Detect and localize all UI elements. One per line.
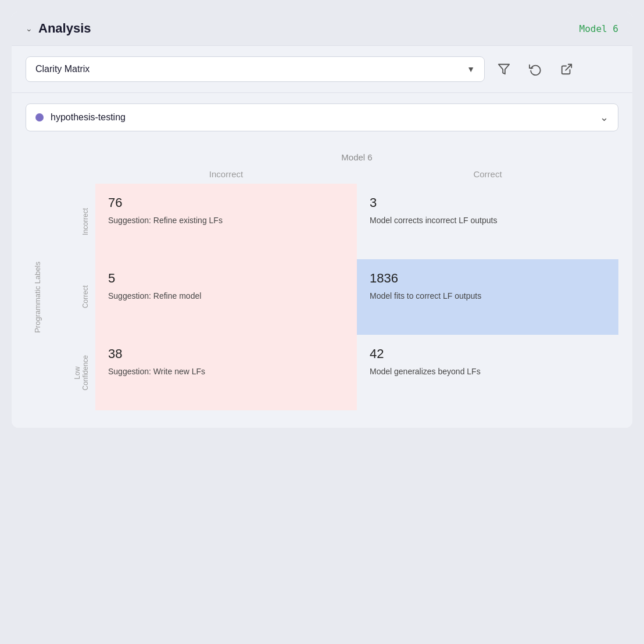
cell-2-1-text: Model generalizes beyond LFs [370,366,606,378]
tag-dot-icon [35,113,44,121]
y-axis-label-outer: Programmatic Labels [26,184,49,410]
matrix-model-label: Model 6 [95,148,618,166]
filter-button[interactable] [492,57,516,81]
cell-0-1[interactable]: 3 Model corrects incorrect LF outputs [357,184,618,259]
svg-marker-0 [499,65,509,74]
row-label-low-confidence: Low Confidence [49,335,95,410]
filter-icon [498,63,510,76]
cell-1-1-text: Model fits to correct LF outputs [370,291,606,302]
cell-0-0-number: 76 [108,195,344,210]
row-label-incorrect: Incorrect [49,184,95,259]
cell-0-0-text: Suggestion: Refine existing LFs [108,215,344,227]
col-header-incorrect: Incorrect [95,166,357,184]
cell-0-1-text: Model corrects incorrect LF outputs [370,215,606,227]
tag-label: hypothesis-testing [51,112,126,123]
svg-line-1 [566,65,571,70]
cell-1-0-text: Suggestion: Refine model [108,291,344,302]
tag-left: hypothesis-testing [35,112,126,123]
y-axis-label: Programmatic Labels [33,262,42,333]
tag-row: hypothesis-testing ⌄ [12,93,632,142]
col-header-correct: Correct [357,166,618,184]
chevron-down-icon[interactable]: ⌄ [26,24,33,33]
cell-1-0[interactable]: 5 Suggestion: Refine model [95,259,357,335]
dropdown-arrow-icon: ▼ [467,65,475,74]
export-button[interactable] [554,57,579,81]
tag-dropdown[interactable]: hypothesis-testing ⌄ [26,103,618,131]
header-bar: ⌄ Analysis Model 6 [12,12,632,46]
row-label-text-correct: Correct [81,285,90,308]
model-badge: Model 6 [579,23,618,34]
cell-2-0-number: 38 [108,346,344,362]
toolbar: Clarity Matrix ▼ [12,46,632,93]
row-labels: Incorrect Correct Low Confidence [49,184,95,410]
view-dropdown[interactable]: Clarity Matrix ▼ [26,56,485,82]
row-label-text-incorrect: Incorrect [81,208,90,235]
matrix-area: Model 6 Incorrect Correct Programmatic L… [12,142,632,428]
page-title: Analysis [38,21,91,36]
matrix-container: Programmatic Labels Incorrect Correct Lo… [26,184,618,410]
tag-dropdown-arrow-icon: ⌄ [600,111,609,124]
cell-2-0-text: Suggestion: Write new LFs [108,366,344,378]
export-icon [560,63,573,76]
cell-0-0[interactable]: 76 Suggestion: Refine existing LFs [95,184,357,259]
cell-0-1-number: 3 [370,195,606,210]
matrix-grid: 76 Suggestion: Refine existing LFs 3 Mod… [95,184,618,410]
cell-1-0-number: 5 [108,271,344,286]
row-label-correct: Correct [49,259,95,335]
column-headers: Incorrect Correct [95,166,618,184]
cell-1-1-number: 1836 [370,271,606,286]
cell-2-1-number: 42 [370,346,606,362]
dropdown-label: Clarity Matrix [35,64,90,74]
refresh-icon [529,63,542,76]
refresh-button[interactable] [523,57,548,81]
row-label-text-low-confidence: Low Confidence [73,355,90,391]
cell-2-0[interactable]: 38 Suggestion: Write new LFs [95,335,357,410]
header-left: ⌄ Analysis [26,21,91,36]
cell-1-1[interactable]: 1836 Model fits to correct LF outputs [357,259,618,335]
cell-2-1[interactable]: 42 Model generalizes beyond LFs [357,335,618,410]
